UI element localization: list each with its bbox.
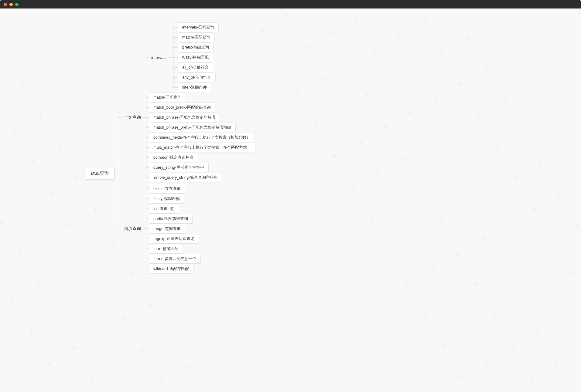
node-intervals[interactable]: intervals: [149, 54, 169, 61]
node-intervals-child[interactable]: all_of-全部符合: [178, 63, 213, 72]
node-term-child[interactable]: exists-存在查询: [149, 184, 185, 194]
node-intervals-child[interactable]: prefix-前缀查询: [178, 42, 214, 52]
node-fulltext-child[interactable]: match_bool_prefix-匹配前缀查询: [149, 103, 215, 112]
node-term-child[interactable]: wildcard-通配符匹配: [149, 264, 193, 274]
node-intervals-child[interactable]: filter-返回条件: [178, 83, 211, 92]
minimize-icon[interactable]: [9, 3, 13, 6]
node-term-child[interactable]: term-精确匹配: [149, 244, 183, 254]
node-fulltext-child[interactable]: common-规定查询标准: [149, 153, 198, 162]
node-fulltext-child[interactable]: simple_query_string-简单查询字符串: [149, 173, 222, 182]
node-fulltext-child[interactable]: match_phrase_prefix-匹配包含给定短语前缀: [149, 123, 236, 132]
node-term-child[interactable]: terms-多值匹配任意一个: [149, 254, 201, 264]
node-term-child[interactable]: fuzzy-模糊匹配: [149, 194, 184, 204]
watermark: 掉头发的王富贵 掉头发的王富贵 掉头发的王富贵 掉头发的王富贵 掉头发的王富贵 …: [0, 8, 581, 392]
node-fulltext-child[interactable]: query_string-灵活查询字符串: [149, 163, 209, 172]
node-term-child[interactable]: range-范围查询: [149, 224, 185, 234]
node-term-child[interactable]: ids-查询id们: [149, 204, 179, 214]
connector-lines: [0, 8, 581, 392]
node-term-child[interactable]: prefix-匹配前缀查询: [149, 214, 193, 224]
node-fulltext-child[interactable]: combined_fields-多个字段上执行全文搜索（相加分数）: [149, 133, 255, 142]
node-intervals-child[interactable]: fuzzy-模糊匹配: [178, 52, 213, 62]
node-intervals-child[interactable]: any_of-任何符合: [178, 73, 216, 82]
mindmap-canvas[interactable]: 掉头发的王富贵 掉头发的王富贵 掉头发的王富贵 掉头发的王富贵 掉头发的王富贵 …: [0, 8, 581, 392]
node-fulltext-child[interactable]: match_phrase-匹配包含给定的短语: [149, 113, 220, 122]
node-intervals-child[interactable]: match-匹配查询: [178, 32, 215, 42]
close-icon[interactable]: [4, 3, 7, 6]
node-term-child[interactable]: regexp-正则表达式查询: [149, 234, 199, 244]
node-category-fulltext[interactable]: 全文查询: [121, 113, 143, 121]
node-fulltext-child[interactable]: match-匹配查询: [149, 93, 186, 102]
node-intervals-child[interactable]: intervals-区间查询: [178, 22, 219, 32]
node-root[interactable]: DSL查询: [85, 167, 114, 179]
maximize-icon[interactable]: [15, 3, 19, 6]
node-fulltext-child[interactable]: multi_match-多个字段上执行全文搜索（多个匹配方式）: [149, 143, 255, 152]
window-titlebar: [0, 0, 581, 8]
node-category-term[interactable]: 词项查询: [121, 225, 143, 233]
